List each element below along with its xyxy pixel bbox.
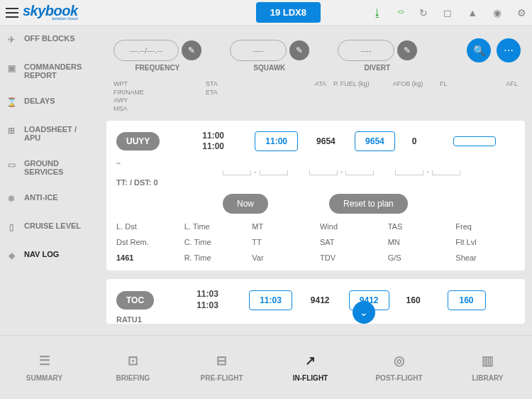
download-icon[interactable]: ⭳ (372, 7, 382, 18)
wifi-icon[interactable]: ⌔ (398, 7, 404, 18)
squawk-pill[interactable]: ---- (230, 40, 287, 61)
ata-input[interactable]: 11:03 (249, 290, 292, 310)
col-wpt: WPT FIR/NAME AWY MSA (113, 80, 206, 114)
flight-id-button[interactable]: 19 LDX8 (256, 2, 321, 23)
menu-icon[interactable] (6, 8, 18, 18)
topbar: skybook aviation cloud 19 LDX8 ⭳ ⌔ ↻ ◻ ▲… (0, 0, 532, 26)
grid-cell: G/S (388, 253, 448, 262)
afl-input[interactable] (453, 136, 496, 146)
tt-dst: TT: / DST: 0 (116, 178, 515, 187)
under-field[interactable] (345, 170, 374, 175)
bottom-tabs: ☰SUMMARY ⊡BRIEFING ⊟PRE-FLIGHT ↗IN-FLIGH… (0, 335, 532, 399)
ata-input[interactable]: 11:00 (255, 131, 298, 151)
hourglass-icon: ⌛ (6, 97, 17, 108)
logo: skybook aviation cloud (23, 4, 78, 21)
bookmark-icon[interactable]: ◻ (443, 7, 452, 18)
sidebar-cruise-level[interactable]: ▯CRUISE LEVEL (0, 213, 99, 241)
tab-in-flight[interactable]: ↗IN-FLIGHT (266, 336, 355, 399)
under-field[interactable] (260, 170, 288, 175)
waypoint-detail-grid: L. Dst L. Time MT Wind TAS Freq Dst Rem.… (116, 222, 515, 262)
sta-eta: 11:0011:00 (202, 131, 245, 153)
grid-cell: SAT (320, 238, 379, 246)
fl-value: 160 (401, 295, 436, 305)
divert-group: ---- ✎ DIVERT (338, 40, 417, 72)
tab-label: IN-FLIGHT (293, 374, 328, 382)
grid-cell: Freq (455, 222, 515, 231)
sidebar-ground-services[interactable]: ▭GROUND SERVICES (0, 151, 99, 185)
pill-row: ---.--/---.-- ✎ FREQUENCY ---- ✎ SQUAWK … (99, 26, 532, 76)
divert-pill[interactable]: ---- (338, 40, 394, 61)
tab-post-flight[interactable]: ◎POST-FLIGHT (355, 336, 443, 399)
sidebar-off-blocks[interactable]: ✈OFF BLOCKS (0, 26, 99, 54)
frequency-pill[interactable]: ---.--/---.-- (113, 40, 179, 61)
divert-label: DIVERT (364, 64, 390, 72)
afob-input[interactable]: 9654 (355, 131, 395, 151)
sidebar-label: ANTI-ICE (24, 193, 58, 202)
ruler-icon: ▯ (6, 222, 17, 233)
col-fl: FL (433, 80, 475, 114)
sidebar-delays[interactable]: ⌛DELAYS (0, 88, 99, 116)
main-content: ---.--/---.-- ✎ FREQUENCY ---- ✎ SQUAWK … (99, 26, 532, 335)
under-field[interactable] (223, 170, 251, 175)
col-pfuel: P. FUEL (kg) (326, 80, 383, 114)
edit-frequency-icon[interactable]: ✎ (182, 40, 201, 60)
cart-icon: ⊞ (6, 125, 17, 136)
search-button[interactable]: 🔍 (467, 38, 491, 62)
tab-label: BRIEFING (116, 374, 150, 382)
tab-label: LIBRARY (472, 374, 503, 382)
tab-label: PRE-FLIGHT (201, 374, 243, 382)
tab-briefing[interactable]: ⊡BRIEFING (89, 336, 177, 399)
snowflake-icon: ❄ (6, 193, 17, 204)
settings-icon[interactable]: ⚙ (517, 7, 526, 18)
sidebar-commanders-report[interactable]: ▣COMMANDERS REPORT (0, 54, 99, 88)
sidebar-loadsheet[interactable]: ⊞LOADSHEET / APU (0, 116, 99, 151)
grid-cell: C. Time (184, 238, 244, 246)
afl-input[interactable]: 160 (448, 290, 486, 310)
squawk-label: SQUAWK (253, 64, 285, 72)
expand-chevron-icon[interactable]: ⌄ (353, 301, 375, 324)
clipboard-icon: ▣ (6, 62, 17, 74)
tab-summary[interactable]: ☰SUMMARY (0, 336, 89, 399)
col-afob: AFOB (kg) (383, 80, 433, 114)
now-button[interactable]: Now (223, 194, 268, 214)
truck-icon: ▭ (6, 159, 17, 170)
sidebar-label: DELAYS (24, 97, 55, 105)
grid-cell: L. Dst (116, 222, 176, 231)
grid-cell: Dst Rem. (116, 238, 176, 246)
sidebar: ✈OFF BLOCKS ▣COMMANDERS REPORT ⌛DELAYS ⊞… (0, 26, 99, 335)
under-field[interactable] (309, 170, 338, 175)
brand-name: skybook (23, 4, 78, 17)
tab-library[interactable]: ▥LIBRARY (443, 336, 532, 399)
grid-cell: Shear (455, 253, 515, 262)
waypoint-id[interactable]: TOC (116, 291, 154, 310)
grid-cell: Var (252, 253, 311, 262)
squawk-group: ---- ✎ SQUAWK (230, 40, 309, 72)
preflight-icon: ⊟ (216, 353, 227, 368)
grid-cell: L. Time (184, 222, 244, 231)
grid-cell: TDV (320, 253, 379, 262)
grid-cell: R. Time (184, 253, 244, 262)
sidebar-anti-ice[interactable]: ❄ANTI-ICE (0, 185, 99, 213)
sidebar-nav-log[interactable]: ◈NAV LOG (0, 241, 99, 270)
under-field[interactable] (432, 170, 460, 175)
edit-divert-icon[interactable]: ✎ (397, 40, 417, 60)
frequency-label: FREQUENCY (135, 64, 180, 72)
reset-to-plan-button[interactable]: Reset to plan (329, 194, 408, 214)
waypoint-card: UUYY 11:0011:00 11:00 9654 9654 0 .. - -… (106, 121, 525, 270)
under-field[interactable] (395, 170, 423, 175)
grid-cell: Flt Lvl (455, 238, 515, 246)
waypoint-id[interactable]: UUYY (116, 132, 160, 151)
camera-icon[interactable]: ◉ (493, 7, 501, 18)
tab-pre-flight[interactable]: ⊟PRE-FLIGHT (177, 336, 266, 399)
list-icon: ☰ (39, 353, 50, 368)
sidebar-label: CRUISE LEVEL (24, 222, 81, 230)
refresh-icon[interactable]: ↻ (419, 7, 428, 18)
pfuel-value: 9654 (311, 136, 346, 146)
more-button[interactable]: ⋯ (497, 38, 521, 62)
chat-icon: ⊡ (128, 353, 138, 368)
bell-icon[interactable]: ▲ (467, 7, 477, 18)
waypoint-sub: RATU1 (116, 315, 515, 324)
edit-squawk-icon[interactable]: ✎ (289, 40, 309, 60)
sidebar-label: GROUND SERVICES (24, 159, 94, 176)
grid-cell: Wind (320, 222, 379, 231)
